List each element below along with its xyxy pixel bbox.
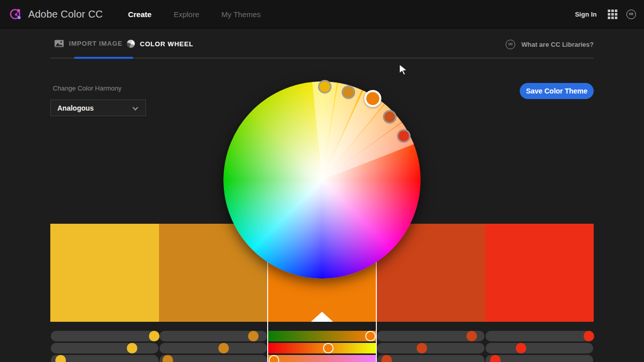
app-grid-icon[interactable]	[608, 10, 617, 19]
top-bar-right: Sign In ∞	[575, 10, 636, 19]
slider-track-row3-swatch4[interactable]	[377, 355, 485, 362]
chevron-down-icon	[132, 105, 138, 110]
wheel-handle-2[interactable]	[342, 85, 355, 99]
slider-handle-row3-swatch4[interactable]	[381, 355, 392, 362]
top-bar: Adobe Color CC Create Explore My Themes …	[0, 0, 644, 29]
slider-track-row3-swatch1[interactable]	[51, 355, 158, 362]
wheel-handle-5[interactable]	[397, 129, 411, 143]
app-title: Adobe Color CC	[28, 9, 103, 20]
creative-cloud-icon[interactable]: ∞	[626, 10, 636, 19]
wheel-handle-4[interactable]	[383, 110, 396, 124]
palette-swatch-5[interactable]	[485, 224, 594, 322]
main-nav: Create Explore My Themes	[103, 10, 261, 19]
nav-create[interactable]: Create	[128, 10, 151, 19]
slider-track-row2-swatch5[interactable]	[486, 343, 593, 353]
tab-color-wheel-label: COLOR WHEEL	[140, 40, 193, 48]
slider-track-row2-swatch1[interactable]	[51, 343, 158, 353]
slider-handle-row1-swatch4[interactable]	[466, 331, 477, 341]
save-color-theme-button[interactable]: Save Color Theme	[520, 83, 594, 99]
nav-explore[interactable]: Explore	[174, 10, 199, 19]
slider-handle-row1-swatch1[interactable]	[149, 331, 159, 341]
slider-track-row2-swatch4[interactable]	[377, 343, 485, 353]
cc-libraries-label: What are CC Libraries?	[521, 41, 594, 48]
slider-track-row2-swatch3[interactable]	[268, 343, 376, 353]
slider-handle-row1-swatch2[interactable]	[248, 331, 259, 341]
harmony-selected-value: Analogous	[57, 104, 94, 112]
import-image-icon	[54, 40, 64, 47]
slider-handle-row3-swatch1[interactable]	[55, 355, 66, 362]
cc-libraries-link[interactable]: ∞ What are CC Libraries?	[506, 40, 594, 49]
slider-handle-row2-swatch3[interactable]	[323, 343, 334, 353]
slider-track-row3-swatch5[interactable]	[486, 355, 593, 362]
slider-track-row1-swatch1[interactable]	[51, 331, 158, 341]
tab-color-wheel[interactable]: COLOR WHEEL	[127, 40, 193, 48]
wheel-handle-3[interactable]	[364, 90, 381, 107]
sign-in-button[interactable]: Sign In	[575, 11, 597, 18]
slider-track-row3-swatch2[interactable]	[159, 355, 267, 362]
cc-libraries-icon: ∞	[506, 40, 515, 49]
selected-swatch-pointer	[311, 312, 333, 322]
nav-my-themes[interactable]: My Themes	[221, 10, 261, 19]
harmony-dropdown[interactable]: Analogous	[50, 100, 146, 116]
slider-handle-row2-swatch5[interactable]	[516, 343, 526, 353]
slider-handle-row1-swatch5[interactable]	[584, 331, 594, 341]
active-tab-underline	[74, 57, 133, 59]
slider-track-row3-swatch3[interactable]	[268, 355, 376, 362]
slider-track-row2-swatch2[interactable]	[159, 343, 267, 353]
palette-swatch-1[interactable]	[50, 224, 159, 322]
slider-track-row1-swatch3[interactable]	[268, 331, 376, 341]
harmony-label: Change Color Harmony	[53, 84, 122, 92]
logo[interactable]: Adobe Color CC	[8, 7, 103, 22]
slider-handle-row2-swatch1[interactable]	[127, 343, 137, 353]
mouse-cursor	[399, 64, 410, 76]
slider-handle-row2-swatch4[interactable]	[417, 343, 427, 353]
tab-import-image-label: IMPORT IMAGE	[69, 40, 122, 47]
tab-import-image[interactable]: IMPORT IMAGE	[54, 40, 122, 47]
color-wheel-icon	[127, 40, 135, 48]
adobe-color-app: Adobe Color CC Create Explore My Themes …	[0, 0, 644, 362]
slider-handle-row3-swatch2[interactable]	[163, 355, 173, 362]
adobe-color-logo-icon	[8, 7, 23, 22]
slider-track-row1-swatch5[interactable]	[486, 331, 593, 341]
tab-bar: IMPORT IMAGE COLOR WHEEL ∞ What are CC L…	[0, 29, 644, 58]
wheel-handle-1[interactable]	[318, 80, 332, 94]
